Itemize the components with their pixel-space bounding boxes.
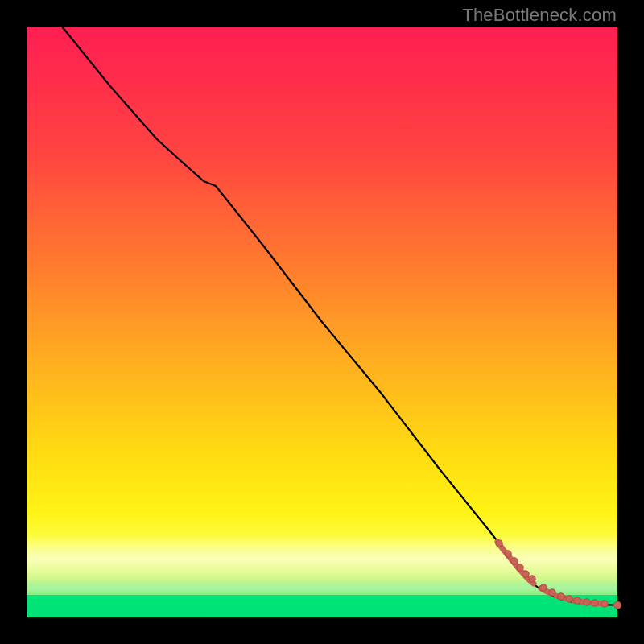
svg-point-19 xyxy=(574,597,580,604)
svg-point-11 xyxy=(511,558,518,564)
svg-point-18 xyxy=(566,596,572,602)
chart-frame: TheBottleneck.com xyxy=(0,0,644,644)
bottleneck-curve xyxy=(62,27,617,605)
svg-point-20 xyxy=(584,599,590,605)
chart-overlay xyxy=(27,27,617,617)
svg-point-21 xyxy=(592,600,598,606)
svg-point-10 xyxy=(505,551,511,557)
svg-point-17 xyxy=(558,593,564,600)
svg-point-15 xyxy=(540,584,547,591)
attribution-text: TheBottleneck.com xyxy=(462,5,617,26)
svg-point-23 xyxy=(613,601,621,609)
svg-point-12 xyxy=(517,564,523,571)
svg-point-16 xyxy=(549,589,555,596)
svg-point-22 xyxy=(601,601,608,607)
svg-point-9 xyxy=(496,540,502,547)
svg-point-14 xyxy=(529,576,535,582)
curve-markers xyxy=(496,540,621,609)
svg-point-13 xyxy=(522,571,529,577)
